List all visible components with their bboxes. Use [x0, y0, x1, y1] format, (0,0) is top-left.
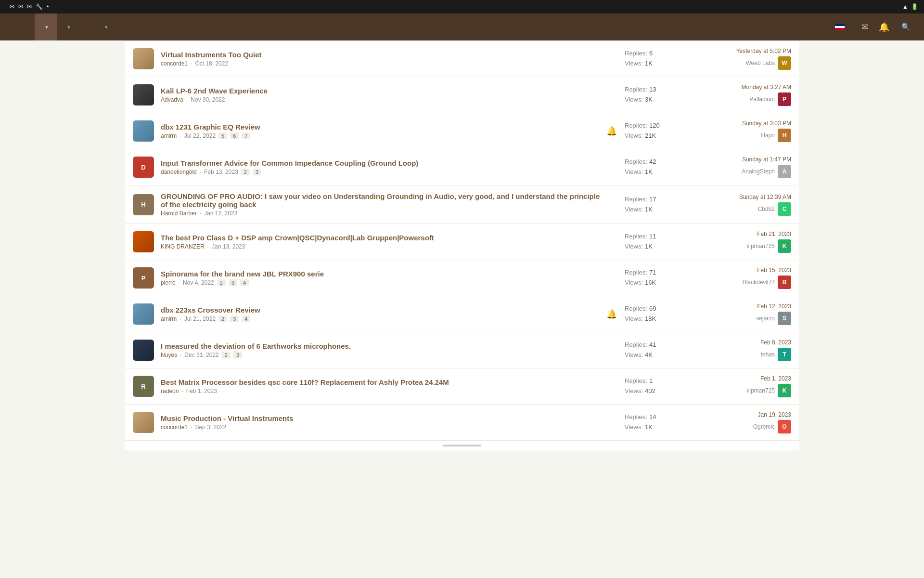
replies-value: 1: [649, 376, 653, 386]
stat-views: Views: 3K: [625, 95, 687, 105]
latest-user: Palladium P: [695, 92, 791, 106]
thread-author[interactable]: concorde1: [161, 60, 188, 67]
thread-title[interactable]: The best Pro Class D + DSP amp Crown|QSC…: [161, 234, 606, 242]
nav-whats-new[interactable]: ▼: [57, 13, 79, 40]
page-badge[interactable]: 2: [222, 352, 231, 358]
stat-replies: Replies: 1: [625, 376, 687, 386]
stat-replies: Replies: 41: [625, 340, 687, 350]
latest-username[interactable]: tehas: [761, 351, 775, 358]
page-badge[interactable]: 4: [242, 315, 250, 322]
nav-donations[interactable]: [79, 13, 94, 40]
page-badge[interactable]: 3: [253, 169, 261, 175]
stat-views: Views: 402: [625, 386, 687, 396]
views-label: Views:: [625, 59, 643, 69]
nav-search[interactable]: 🔍: [895, 23, 920, 31]
views-label: Views:: [625, 422, 643, 433]
latest-date[interactable]: Sunday at 1:47 PM: [695, 156, 791, 163]
latest-date[interactable]: Yesterday at 5:02 PM: [695, 48, 791, 54]
nav-members[interactable]: ▼: [94, 13, 116, 40]
thread-title[interactable]: Virtual Instruments Too Quiet: [161, 51, 606, 59]
thread-row: dbx 1231 Graphic EQ Review amirm · Jul 2…: [125, 113, 799, 149]
views-label: Views:: [625, 350, 643, 360]
latest-date[interactable]: Feb 12, 2023: [695, 303, 791, 310]
page-badge[interactable]: 3: [229, 279, 237, 286]
thread-author[interactable]: Advadva: [161, 96, 183, 103]
page-badge[interactable]: 2: [218, 315, 227, 322]
thread-author[interactable]: amirm: [161, 315, 177, 322]
latest-username[interactable]: Hapo: [761, 132, 775, 139]
nav-review-index[interactable]: [19, 13, 35, 40]
bell-icon: 🔔: [606, 53, 617, 64]
thread-title[interactable]: Kali LP-6 2nd Wave Experience: [161, 87, 606, 95]
latest-date[interactable]: Feb 1, 2023: [695, 375, 791, 382]
latest-date[interactable]: Jan 19, 2023: [695, 411, 791, 418]
thread-dot: ·: [180, 352, 181, 358]
thread-author[interactable]: amirm: [161, 132, 177, 139]
page-badge[interactable]: 3: [230, 315, 239, 322]
page-badge[interactable]: 2: [241, 169, 250, 175]
thread-title[interactable]: Input Transformer Advice for Common Impe…: [161, 159, 606, 167]
navbar: ▼ ▼ ▼ ✉ 🔔 🔍: [0, 13, 924, 40]
thread-author[interactable]: radeon: [161, 388, 179, 394]
latest-avatar: W: [778, 56, 791, 70]
thread-meta: amirm · Jul 22, 2022 567: [161, 132, 606, 139]
latest-date[interactable]: Feb 21, 2023: [695, 231, 791, 237]
thread-meta: pierre · Nov 4, 2022 234: [161, 279, 606, 286]
thread-meta: KING DRANZER · Jan 13, 2023: [161, 243, 606, 250]
nav-forums[interactable]: ▼: [35, 13, 57, 40]
latest-username[interactable]: Blackdevil77: [743, 279, 775, 286]
status-left: ✉ ✉ ✉ 🔧 •: [6, 3, 49, 10]
thread-author[interactable]: Harold Barber: [161, 210, 197, 217]
thread-meta: Advadva · Nov 30, 2022: [161, 96, 606, 103]
page-badge[interactable]: 7: [242, 132, 250, 139]
thread-author[interactable]: KING DRANZER: [161, 243, 205, 250]
latest-username[interactable]: Ogremic: [753, 423, 775, 430]
thread-author[interactable]: Nuyes: [161, 352, 177, 358]
latest-date[interactable]: Feb 15, 2023: [695, 267, 791, 274]
latest-date[interactable]: Feb 8, 2023: [695, 339, 791, 346]
thread-latest: Monday at 3:27 AM Palladium P: [695, 84, 791, 106]
thread-title[interactable]: Spinorama for the brand new JBL PRX900 s…: [161, 270, 606, 278]
nav-user[interactable]: [829, 24, 854, 30]
thread-meta: amirm · Jul 21, 2022 234: [161, 315, 606, 322]
latest-username[interactable]: Weeb Labs: [746, 60, 775, 66]
thread-title[interactable]: I measured the deviation of 6 Earthworks…: [161, 342, 606, 350]
page-badge[interactable]: 3: [233, 352, 242, 358]
thread-title[interactable]: Best Matrix Processor besides qsc core 1…: [161, 378, 606, 386]
thread-author[interactable]: concorde1: [161, 424, 188, 431]
latest-date[interactable]: Sunday at 12:39 AM: [695, 194, 791, 200]
page-badge[interactable]: 6: [230, 132, 239, 139]
latest-avatar-letter: C: [783, 206, 787, 212]
stat-replies: Replies: 13: [625, 85, 687, 95]
thread-main: dbx 223xs Crossover Review amirm · Jul 2…: [161, 306, 606, 322]
thread-title[interactable]: dbx 223xs Crossover Review: [161, 306, 606, 314]
replies-label: Replies:: [625, 121, 647, 131]
thread-author[interactable]: pierre: [161, 279, 176, 286]
battery-icon: 🔋: [911, 3, 918, 10]
thread-title[interactable]: dbx 1231 Graphic EQ Review: [161, 123, 606, 131]
stat-views: Views: 1K: [625, 205, 687, 215]
latest-date[interactable]: Monday at 3:27 AM: [695, 84, 791, 91]
page-badge[interactable]: 2: [217, 279, 226, 286]
scroll-indicator: [443, 445, 481, 447]
latest-username[interactable]: sejarzo: [756, 315, 775, 322]
thread-dot: ·: [180, 132, 181, 139]
latest-avatar: K: [778, 384, 791, 397]
views-value: 3K: [645, 95, 653, 105]
thread-latest: Feb 1, 2023 kipman725 K: [695, 375, 791, 397]
thread-title[interactable]: Music Production - Virtual Instruments: [161, 414, 606, 422]
notifications-icon[interactable]: 🔔: [875, 18, 893, 36]
messages-icon[interactable]: ✉: [856, 18, 873, 36]
latest-username[interactable]: Palladium: [749, 96, 775, 103]
stat-views: Views: 21K: [625, 131, 687, 141]
latest-username[interactable]: kipman725: [746, 243, 775, 250]
latest-username[interactable]: kipman725: [746, 387, 775, 394]
latest-username[interactable]: Cbdb2: [758, 206, 775, 212]
latest-username[interactable]: AnalogSteph: [742, 168, 775, 175]
thread-author[interactable]: dandeliongold: [161, 169, 197, 175]
page-badge[interactable]: 5: [218, 132, 227, 139]
page-badge[interactable]: 4: [240, 279, 249, 286]
latest-date[interactable]: Sunday at 3:03 PM: [695, 120, 791, 127]
thread-title[interactable]: GROUNDING OF PRO AUDIO: I saw your video…: [161, 192, 606, 209]
nav-reviews[interactable]: [4, 13, 19, 40]
